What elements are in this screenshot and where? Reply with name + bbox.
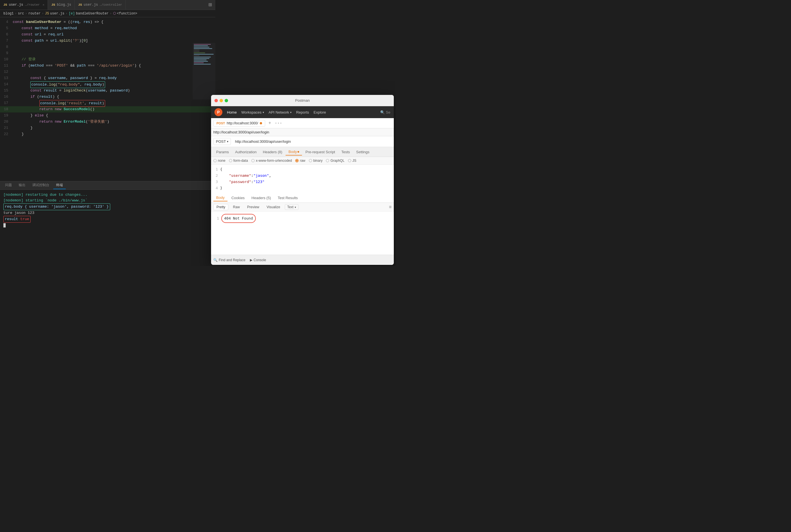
pm-method-chevron: ▾	[227, 140, 228, 143]
pm-tab-headers[interactable]: Headers (8)	[260, 149, 285, 155]
pm-radio-none[interactable]: none	[213, 159, 226, 163]
code-line: 16 if (result) {	[0, 94, 215, 100]
js-icon: JS	[51, 3, 55, 6]
pm-format-preview[interactable]: Preview	[244, 204, 262, 210]
pm-word-wrap-button[interactable]: ≡	[389, 205, 392, 210]
pm-tab-tests[interactable]: Tests	[339, 149, 353, 155]
pm-body-type-selector: none form-data x-www-form-urlencoded raw…	[211, 157, 394, 165]
pm-text-type-select[interactable]: Text ▾	[285, 204, 299, 210]
pm-response-body: 1 404 Not Found	[211, 212, 394, 255]
code-line: 9	[0, 50, 215, 56]
js-icon: JS	[3, 3, 7, 6]
pm-resp-tab-cookies[interactable]: Cookies	[229, 195, 248, 201]
pm-format-bar: Pretty Raw Preview Visualize Text ▾ ≡	[211, 203, 394, 212]
terminal-line: [nodemon] restarting due to changes...	[3, 192, 212, 198]
pm-api-network-label: API Network	[268, 110, 289, 114]
code-editor: 4 const bandleUserRouter = ((req, res) =…	[0, 17, 215, 181]
pm-console-label: Console	[253, 258, 266, 262]
pm-radio-urlencoded[interactable]: x-www-form-urlencoded	[251, 159, 292, 163]
terminal-line: ture jason 123	[3, 210, 212, 216]
pm-minimize-button[interactable]	[220, 99, 223, 102]
pm-workspaces-label: Workspaces	[241, 110, 262, 114]
pm-search[interactable]: 🔍 Se	[380, 110, 390, 114]
tab-user-controller[interactable]: JS user.js …/controller	[75, 0, 126, 10]
tab-debug-console[interactable]: 调试控制台	[30, 182, 52, 189]
tab-problems[interactable]: 问题	[2, 182, 15, 189]
layout-icon[interactable]: ⊞	[208, 1, 212, 8]
pm-resp-tab-headers[interactable]: Headers (5)	[249, 195, 274, 201]
pm-maximize-button[interactable]	[225, 99, 228, 102]
pm-close-button[interactable]	[214, 99, 218, 102]
pm-resp-tab-body[interactable]: Body	[213, 194, 227, 202]
pm-resp-tab-test-results[interactable]: Test Results	[275, 195, 301, 201]
tab-user-router[interactable]: JS user.js …/router ✕	[0, 0, 48, 10]
code-line: 15 const result = loginCheck(username, p…	[0, 88, 215, 94]
code-line: 14 console.log("req.body", req.body)	[0, 81, 215, 88]
pm-new-tab-button[interactable]: +	[266, 120, 273, 127]
code-line: 12	[0, 69, 215, 75]
pm-request-section-tabs: Params Authorization Headers (8) Body Pr…	[211, 147, 394, 157]
pm-tab-params[interactable]: Params	[213, 149, 232, 155]
pm-request-tabs: POST http://localhost:3000/ + ···	[211, 118, 394, 128]
code-line: 6 const url = req.url	[0, 32, 215, 38]
pm-tab-settings[interactable]: Settings	[353, 149, 372, 155]
pm-format-visualize[interactable]: Visualize	[264, 204, 283, 210]
pm-radio-form-data[interactable]: form-data	[229, 159, 248, 163]
pm-nav-workspaces[interactable]: Workspaces ▾	[241, 110, 264, 114]
code-line: 11 if (method === 'POST' && path === '/a…	[0, 63, 215, 69]
tab-blog[interactable]: JS blog.js	[48, 0, 75, 10]
pm-traffic-lights	[214, 99, 228, 102]
pm-tab-body[interactable]: Body	[286, 149, 302, 155]
tab-output[interactable]: 输出	[16, 182, 28, 189]
pm-nav-reports[interactable]: Reports	[296, 110, 309, 114]
tab-terminal-label: 终端	[56, 183, 63, 187]
pm-reports-label: Reports	[296, 110, 309, 114]
vscode-editor: JS user.js …/router ✕ JS blog.js JS user…	[0, 0, 215, 266]
pm-logo: P	[214, 108, 222, 116]
code-line: 22 }	[0, 131, 215, 137]
pm-format-pretty[interactable]: Pretty	[213, 204, 228, 210]
pm-req-tab-current[interactable]: POST http://localhost:3000/	[213, 120, 265, 127]
pm-text-type-label: Text	[287, 205, 294, 209]
terminal-line: [nodemon] starting `node ./bin/www.js`	[3, 198, 212, 203]
tab-bar: JS user.js …/router ✕ JS blog.js JS user…	[0, 0, 215, 10]
pm-format-raw[interactable]: Raw	[230, 204, 243, 210]
pm-workspaces-chevron: ▾	[263, 111, 264, 114]
terminal-content: [nodemon] restarting due to changes... […	[0, 190, 215, 266]
pm-tab-authorization[interactable]: Authorization	[232, 149, 260, 155]
code-line: 7 const path = url.split('?')[0]	[0, 38, 215, 44]
pm-response-tabs: Body Cookies Headers (5) Test Results	[211, 193, 394, 203]
pm-radio-js[interactable]: JS	[348, 159, 356, 163]
pm-response-section: Body Cookies Headers (5) Test Results Pr…	[211, 193, 394, 255]
pm-url-display: http://localhost:3000/api/user/login	[211, 128, 394, 136]
pm-method-select[interactable]: POST ▾	[213, 138, 231, 145]
pm-404-response: 404 Not Found	[221, 214, 256, 223]
pm-nav-api-network[interactable]: API Network ▾	[268, 110, 291, 114]
code-line: 5 const method = req.method	[0, 25, 215, 32]
tab-debug-label: 调试控制台	[32, 183, 49, 187]
bottom-panel: 问题 输出 调试控制台 终端 [nodemon] restarting due …	[0, 181, 215, 266]
tab-terminal[interactable]: 终端	[53, 182, 66, 189]
pm-json-body-editor[interactable]: 1 { 2 "username":"jason", 3 "password":"…	[211, 165, 394, 193]
js-icon: JS	[78, 3, 82, 6]
pm-method-url-bar: POST ▾	[211, 136, 394, 147]
pm-tab-prerequest[interactable]: Pre-request Script	[303, 149, 338, 155]
pm-nav-explore[interactable]: Explore	[314, 110, 326, 114]
pm-find-replace-button[interactable]: 🔍 Find and Replace	[213, 258, 245, 262]
pm-explore-label: Explore	[314, 110, 326, 114]
code-line: 4 const bandleUserRouter = ((req, res) =…	[0, 19, 215, 25]
pm-more-options-button[interactable]: ···	[274, 120, 282, 126]
terminal-line	[3, 223, 212, 228]
tab-label: blog.js	[57, 3, 71, 7]
pm-req-url-short: http://localhost:3000/	[227, 121, 259, 125]
pm-radio-graphql[interactable]: GraphQL	[326, 159, 344, 163]
pm-console-button[interactable]: ▶ Console	[250, 258, 266, 262]
pm-nav-home[interactable]: Home	[227, 110, 237, 114]
pm-post-method: POST	[216, 121, 225, 125]
postman-window: Postman P Home Workspaces ▾ API Network …	[211, 95, 394, 265]
terminal-line: result true	[3, 216, 212, 223]
pm-radio-binary[interactable]: binary	[309, 159, 323, 163]
pm-url-input[interactable]	[232, 138, 392, 145]
close-icon[interactable]: ✕	[42, 3, 44, 6]
pm-radio-raw[interactable]: raw	[295, 159, 305, 163]
